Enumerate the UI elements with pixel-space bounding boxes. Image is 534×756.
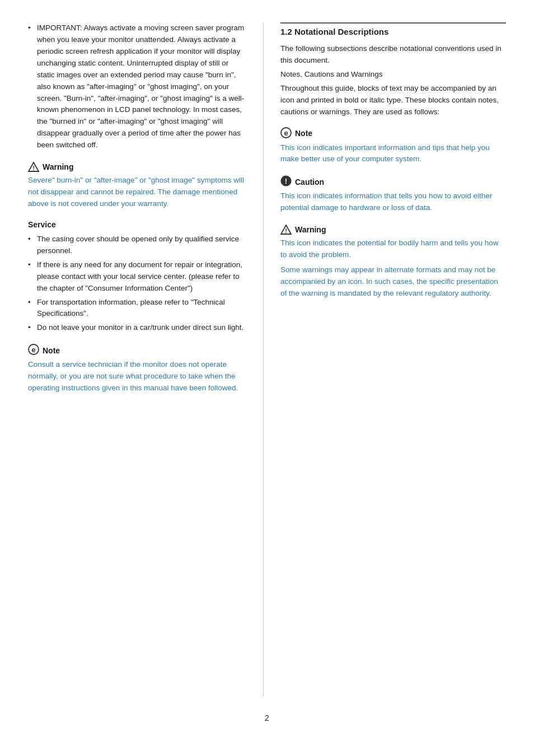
- service-item-1: The casing cover should be opened only b…: [28, 234, 246, 257]
- left-column: IMPORTANT: Always activate a moving scre…: [28, 22, 263, 697]
- svg-text:!: !: [285, 177, 287, 185]
- right-caution-icon: !: [280, 175, 292, 188]
- svg-text:e: e: [284, 129, 288, 137]
- page-number: 2: [28, 713, 506, 722]
- right-caution-block: ! Caution This icon indicates informatio…: [280, 175, 506, 214]
- notes-cautions-warnings: Notes, Cautions and Warnings: [280, 69, 506, 81]
- note-icon: e: [28, 344, 39, 357]
- left-warning-header: ! Warning: [28, 161, 246, 172]
- right-caution-label: Caution: [295, 178, 324, 186]
- right-warning-text-2: Some warnings may appear in alternate fo…: [280, 264, 506, 300]
- right-note-block: e Note This icon indicates important inf…: [280, 127, 506, 166]
- service-item-2: If there is any need for any document fo…: [28, 259, 246, 295]
- right-warning-header: ! Warning: [280, 224, 506, 235]
- intro-bullet-item: IMPORTANT: Always activate a moving scre…: [28, 22, 246, 151]
- right-warning-block: ! Warning This icon indicates the potent…: [280, 224, 506, 300]
- right-warning-label: Warning: [295, 225, 326, 234]
- left-warning-label: Warning: [43, 162, 73, 171]
- left-warning-block: ! Warning Severe" burn-in" or "after-ima…: [28, 161, 246, 210]
- right-warning-icon: !: [280, 224, 292, 235]
- svg-text:!: !: [285, 227, 287, 234]
- guide-text: Throughout this guide, blocks of text ma…: [280, 83, 506, 118]
- right-note-text: This icon indicates important informatio…: [280, 142, 506, 166]
- intro-text: The following subsections describe notat…: [280, 43, 506, 67]
- right-note-icon: e: [280, 127, 292, 140]
- section-title: 1.2 Notational Descriptions: [280, 22, 506, 36]
- page: IMPORTANT: Always activate a moving scre…: [0, 0, 534, 756]
- right-note-header: e Note: [280, 127, 506, 140]
- left-note-label: Note: [43, 346, 60, 355]
- service-item-3: For transportation information, please r…: [28, 297, 246, 320]
- svg-text:!: !: [32, 165, 35, 171]
- right-warning-text-1: This icon indicates the potential for bo…: [280, 237, 506, 261]
- right-note-label: Note: [295, 129, 312, 138]
- left-note-header: e Note: [28, 344, 246, 357]
- service-list: The casing cover should be opened only b…: [28, 234, 246, 334]
- service-heading: Service: [28, 220, 246, 229]
- warning-icon: !: [28, 161, 39, 172]
- right-caution-header: ! Caution: [280, 175, 506, 188]
- two-column-layout: IMPORTANT: Always activate a moving scre…: [28, 22, 506, 697]
- intro-bullets: IMPORTANT: Always activate a moving scre…: [28, 22, 246, 151]
- right-caution-text: This icon indicates information that tel…: [280, 190, 506, 214]
- left-note-block: e Note Consult a service technician if t…: [28, 344, 246, 394]
- service-item-4: Do not leave your monitor in a car/trunk…: [28, 322, 246, 334]
- left-note-text: Consult a service technician if the moni…: [28, 359, 246, 394]
- left-warning-text: Severe" burn-in" or "after-image" or "gh…: [28, 175, 246, 210]
- right-column: 1.2 Notational Descriptions The followin…: [263, 22, 506, 697]
- svg-text:e: e: [31, 346, 35, 354]
